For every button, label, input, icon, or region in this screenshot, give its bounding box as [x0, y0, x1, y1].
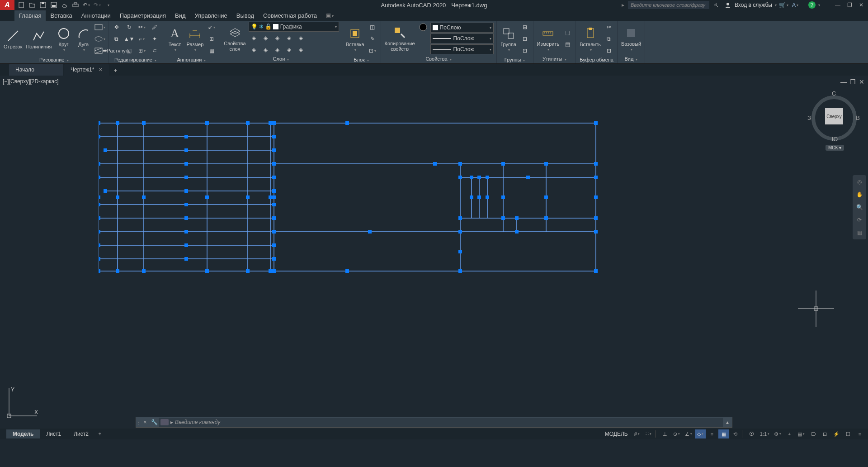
save-icon[interactable] [38, 0, 48, 10]
viewcube-n[interactable]: С [832, 90, 836, 97]
cmd-recent-icon[interactable]: ▴ [723, 419, 732, 425]
rect-icon[interactable]: ▾ [94, 22, 105, 33]
ui-lock-icon[interactable]: 🖵 [807, 429, 818, 438]
leader-icon[interactable]: ↙▾ [206, 22, 217, 33]
nav-zoom-icon[interactable]: 🔍 [854, 202, 864, 212]
close-tab-icon[interactable]: × [99, 66, 102, 73]
exchange-icon[interactable]: 🛒▾ [778, 0, 788, 10]
add-tab-button[interactable]: + [110, 66, 122, 76]
search-input[interactable]: Введите ключевое слово/фразу [628, 1, 709, 9]
search-chevron-icon[interactable]: ▸ [622, 2, 624, 8]
tab-annotate[interactable]: Аннотации [77, 10, 115, 21]
tab-insert[interactable]: Вставка [46, 10, 76, 21]
viewcube-wcs[interactable]: МСК ▾ [826, 145, 844, 151]
clean-screen-icon[interactable]: ☐ [843, 429, 854, 438]
panel-view-title[interactable]: Вид ▾ [620, 55, 642, 62]
layout1-tab[interactable]: Лист1 [40, 429, 67, 438]
panel-groups-title[interactable]: Группы ▾ [500, 56, 530, 63]
vp-close-icon[interactable]: ✕ [858, 78, 865, 86]
block-attr-icon[interactable]: ⊡▾ [367, 45, 378, 56]
group-button[interactable]: Группа▾ [500, 25, 518, 53]
command-line[interactable]: ⋮ × 🔧 ▸ Введите команду ▴ [136, 417, 732, 428]
help-icon[interactable]: ? [808, 1, 816, 9]
panel-props-title[interactable]: Свойства ▾ [384, 55, 494, 62]
group-edit-icon[interactable]: ⊡ [519, 33, 530, 44]
tab-collab[interactable]: Совместная работа [259, 10, 321, 21]
viewcube-face[interactable]: Сверху [825, 108, 843, 124]
drawing-tab[interactable]: Чертеж1*× [64, 64, 109, 76]
util-sel-icon[interactable]: ⬚ [562, 27, 573, 38]
viewcube[interactable]: С В Ю З Сверху МСК ▾ [809, 89, 859, 148]
annoscale-icon[interactable]: ⦿ [746, 429, 757, 438]
start-tab[interactable]: Начало [9, 64, 63, 76]
vp-max-icon[interactable]: ❐ [849, 78, 856, 86]
drawing-canvas[interactable]: [−][Сверху][2D-каркас] — ❐ ✕ С В Ю З Све… [0, 76, 868, 429]
cut-icon[interactable]: ✂ [604, 22, 614, 33]
redo-icon[interactable]: ↷▾ [92, 0, 102, 10]
saveas-icon[interactable] [49, 0, 59, 10]
cmd-close-icon[interactable]: × [141, 419, 150, 425]
baseview-button[interactable]: Базовый▾ [620, 25, 642, 52]
layer-btn10-icon[interactable]: ◈ [296, 44, 307, 55]
panel-block-title[interactable]: Блок ▾ [345, 56, 378, 63]
layout2-tab[interactable]: Лист2 [67, 429, 95, 438]
layer-btn3-icon[interactable]: ◈ [272, 33, 283, 43]
tab-view[interactable]: Вид [170, 10, 190, 21]
layer-btn7-icon[interactable]: ◈ [260, 44, 271, 55]
block-create-icon[interactable]: ◫ [367, 22, 378, 33]
tab-manage[interactable]: Управление [190, 10, 231, 21]
nav-show-icon[interactable]: ▦ [854, 228, 864, 238]
explode-icon[interactable]: ✦ [149, 33, 160, 44]
open-icon[interactable] [27, 0, 37, 10]
erase-icon[interactable]: 🖊 [149, 22, 160, 33]
insert-block-button[interactable]: Вставка▾ [345, 25, 365, 53]
nav-orbit-icon[interactable]: ⟳ [854, 215, 864, 225]
qp-icon[interactable]: ▤▾ [796, 429, 807, 438]
layer-btn5-icon[interactable]: ◈ [296, 33, 307, 43]
selected-geometry[interactable] [99, 121, 605, 279]
offset-icon[interactable]: ⊂ [149, 45, 160, 56]
color-dropdown[interactable]: ПоСлою▾ [430, 23, 494, 33]
tab-output[interactable]: Вывод [232, 10, 259, 21]
layer-props-button[interactable]: Свойства слоя [223, 24, 246, 52]
vp-min-icon[interactable]: — [840, 78, 847, 86]
circle-button[interactable]: Круг▾ [55, 25, 73, 53]
layout-add-button[interactable]: + [95, 431, 105, 437]
viewcube-s[interactable]: Ю [832, 136, 838, 143]
table-icon[interactable]: ⊞ [206, 33, 217, 44]
layer-dropdown[interactable]: 💡❄🔓 Графика ▾ [249, 22, 339, 32]
grid-display-icon[interactable]: #▾ [632, 429, 642, 438]
command-input[interactable]: Введите команду [175, 419, 721, 425]
measure-button[interactable]: Измерить▾ [536, 25, 561, 52]
layer-btn2-icon[interactable]: ◈ [260, 33, 271, 43]
plot-icon[interactable] [71, 0, 80, 10]
match-props-button[interactable]: Копирование свойств [384, 24, 416, 52]
copy-icon[interactable]: ⧉ [111, 33, 122, 44]
anno-monitor-icon[interactable]: + [784, 429, 795, 438]
ungroup-icon[interactable]: ⊟ [519, 22, 530, 33]
panel-util-title[interactable]: Утилиты ▾ [536, 55, 573, 62]
cmd-config-icon[interactable]: 🔧 [150, 419, 159, 425]
linetype-dropdown[interactable]: ПоСлою▾ [430, 44, 494, 54]
layer-btn9-icon[interactable]: ◈ [284, 44, 295, 55]
clip-sel-icon[interactable]: ⊡ [604, 45, 614, 56]
status-model-label[interactable]: МОДЕЛЬ [602, 431, 631, 437]
transparency-icon[interactable]: ▦ [718, 429, 729, 438]
nav-pan-icon[interactable]: ✋ [854, 190, 864, 200]
layer-btn1-icon[interactable]: ◈ [249, 33, 259, 43]
group-sel-icon[interactable]: ⊡ [519, 45, 530, 56]
rotate-icon[interactable]: ↻ [124, 22, 135, 33]
panel-draw-title[interactable]: Рисование ▾ [3, 56, 105, 63]
stretch-icon[interactable]: ⬌ Растянуть [111, 45, 122, 56]
close-button[interactable]: ✕ [856, 1, 866, 9]
lwdisplay-icon[interactable]: ≡ [707, 429, 717, 438]
ribbon-toggle-icon[interactable]: ▣▾ [326, 12, 334, 19]
layer-btn8-icon[interactable]: ◈ [272, 44, 283, 55]
isolate-icon[interactable]: ⊡ [819, 429, 830, 438]
tab-home[interactable]: Главная [14, 10, 46, 21]
array-icon[interactable]: ⊞▾ [137, 45, 147, 56]
app-logo[interactable]: A [0, 0, 14, 10]
ellipse-icon[interactable]: ▾ [94, 33, 105, 44]
qat-more-icon[interactable]: ▾ [103, 0, 113, 10]
signin-button[interactable]: Вход в службы [735, 2, 772, 8]
